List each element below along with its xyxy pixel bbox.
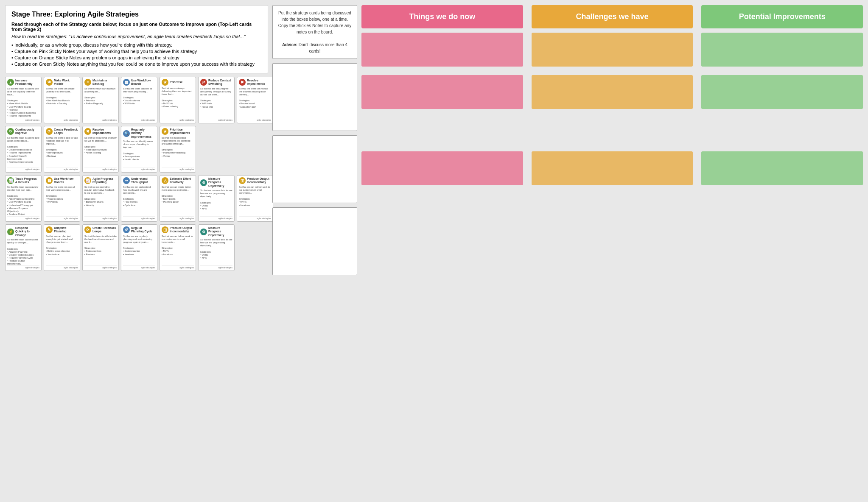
card-footer: agile strategies [239,216,271,220]
card-adaptive-planning[interactable]: ✎ Adaptive Planning So that we can plan … [44,224,80,271]
card-make-work-visible[interactable]: 👁 Make Work Visible So that the team can… [44,77,80,123]
cards-row-3: 📊 Track Progress & Results So that the t… [5,175,268,222]
card-reduce-context-switching[interactable]: ⇌ Reduce Context Switching So that we ar… [198,77,235,123]
instructions-box: Stage Three: Exploring Agile Strategies … [5,5,268,73]
card-regularly-identify-improvements[interactable]: 🔍 Regularly Identify Improvements So tha… [121,126,157,173]
card-title: Prioritise [170,81,182,84]
card-body: So that the team can respond quickly to … [7,238,39,265]
card-title: Agile Progress Reporting [92,177,117,184]
orange-sticky-2[interactable] [532,75,693,109]
card-resolve-impediments-2[interactable]: ✖ Resolve Impediments So that we know wh… [82,126,119,173]
right-panel: Put the strategy cards being discussed i… [272,5,863,497]
card-prioritise[interactable]: ★ Prioritise So that we are always deliv… [160,77,196,123]
card-produce-output-2[interactable]: ◫ Produce Output Incrementally So that w… [160,224,196,271]
card-workflow-boards[interactable]: ▦ Use Workflow Boards So that the team c… [121,77,157,123]
pink-sticky-1[interactable] [361,33,523,67]
card-create-feedback-loops[interactable]: ⟳ Create Feedback Loops So that the team… [44,126,80,173]
card-increase-productivity[interactable]: ▲ Increase Productivity So that the team… [5,77,42,123]
orange-sticky-3[interactable] [532,151,693,185]
bullet-list: Individually, or as a whole group, discu… [11,42,262,67]
switch-icon: ⇌ [200,79,207,86]
card-body: So that the team can create visibility o… [46,87,78,117]
card-title: Regularly Identify Improvements [131,128,155,139]
card-regular-planning-cycle[interactable]: ↺ Regular Planning Cycle So that we are … [121,224,157,271]
drop-box-text: Put the strategy cards being discussed i… [277,10,353,35]
italic-instruction: How to read the strategies: "To achieve … [11,34,262,39]
bullet-1: Individually, or as a whole group, discu… [11,42,262,47]
bullet-2: Capture on Pink Sticky Notes your ways o… [11,49,262,54]
card-footer: agile strategies [123,118,155,121]
sticky-col-orange: Challenges we have [532,5,693,497]
card-body: So that we can use data to see how we ar… [200,189,232,215]
card-produce-output[interactable]: ◫ Produce Output Incrementally So that w… [237,175,273,222]
card-slot-1[interactable] [272,63,357,131]
card-footer: agile strategies [200,216,232,220]
adapt-icon: ✎ [46,226,53,233]
challenges-we-have-header: Challenges we have [532,5,693,28]
card-title: Prioritise Improvements [170,128,194,135]
strategy-drop-box: Put the strategy cards being discussed i… [272,5,357,59]
card-body: So that we can create better, more accur… [162,186,194,215]
cards-grid: ▲ Increase Productivity So that the team… [5,77,268,271]
card-title: Respond Quickly to Change [15,226,39,237]
green-sticky-1[interactable] [701,33,863,67]
card-slot-2[interactable] [272,135,357,203]
card-footer: agile strategies [46,216,78,220]
card-title: Adaptive Planning [54,226,78,234]
card-measure-progress-2[interactable]: ⚙ Measure Progress Objectively So that w… [198,224,235,271]
card-footer: agile strategies [7,216,39,220]
sticky-columns: Things we do now Challenges we have [361,5,863,497]
card-body: So that we are ensuring we are working t… [200,87,232,117]
card-title: Reduce Context Switching [208,79,232,86]
card-continuously-improve[interactable]: ↻ Continuously Improve So that the team … [5,126,42,173]
card-body: So that we can deliver work to our custo… [162,235,194,265]
bullet-3: Capture on Orange Sticky Notes any probl… [11,55,262,60]
green-sticky-2[interactable] [701,75,863,109]
report-icon: 📈 [84,177,91,184]
card-slot-3[interactable] [272,207,357,275]
respond-icon: ⚡ [7,229,14,235]
improve-icon: ↻ [7,128,14,135]
cards-row-4: ⚡ Respond Quickly to Change So that the … [5,224,268,271]
card-body: So that we are always delivering the mos… [162,87,194,117]
card-body: So that the team is able to take feedbac… [46,137,78,166]
card-title: Make Work Visible [54,79,78,86]
card-prioritise-improvements[interactable]: ★ Prioritise Improvements So that the mo… [160,126,196,173]
card-title: Use Workflow Boards [54,177,78,184]
card-maintain-backlog[interactable]: ≡ Maintain a Backlog So that the team ca… [82,77,119,123]
card-create-feedback-loops-2[interactable]: ⟳ Create Feedback Loops So that the team… [82,224,119,271]
card-footer: agile strategies [46,167,78,170]
card-agile-progress-reporting[interactable]: 📈 Agile Progress Reporting So that we ar… [82,175,119,222]
card-use-workflow-boards[interactable]: ▦ Use Workflow Boards So that the team c… [44,175,80,222]
card-title: Measure Progress Objectively [208,226,232,237]
card-body: So that the most critical improvements a… [162,137,194,166]
loop2-icon: ⟳ [84,226,91,233]
sticky-col-pink: Things we do now [361,5,523,497]
card-understand-throughput[interactable]: ⇒ Understand Throughput So that we can u… [121,175,157,222]
orange-sticky-1[interactable] [532,33,693,67]
italic-text: "To achieve continuous improvement, an a… [69,34,246,39]
throughput-icon: ⇒ [123,177,130,184]
estimate-icon: △ [162,177,168,184]
card-footer: agile strategies [7,265,39,269]
priority-icon: ★ [162,79,168,86]
pink-sticky-2[interactable] [361,75,523,109]
card-track-progress[interactable]: 📊 Track Progress & Results So that the t… [5,175,42,222]
card-footer: agile strategies [200,118,232,121]
green-sticky-3[interactable] [701,151,863,185]
card-footer: agile strategies [84,167,117,170]
things-we-do-now-header: Things we do now [361,5,523,28]
output2-icon: ◫ [162,226,168,233]
bullet-4: Capture on Green Sticky Notes anything t… [11,61,262,67]
card-title: Use Workflow Boards [131,79,155,86]
card-body: So that the team can maintain a working … [84,87,117,117]
card-resolve-impediments-1[interactable]: ✖ Resolve Impediments So that the team c… [237,77,273,123]
cycle-icon: ↺ [123,226,130,233]
card-footer: agile strategies [162,216,194,220]
card-title: Understand Throughput [131,177,155,184]
advice-label: Advice: [282,42,297,47]
pink-sticky-3[interactable] [361,151,523,185]
card-estimate-effort[interactable]: △ Estimate Effort Iteratively So that we… [160,175,196,222]
card-respond-quickly[interactable]: ⚡ Respond Quickly to Change So that the … [5,224,42,271]
card-measure-progress[interactable]: ⚙ Measure Progress Objectively So that w… [198,175,235,222]
